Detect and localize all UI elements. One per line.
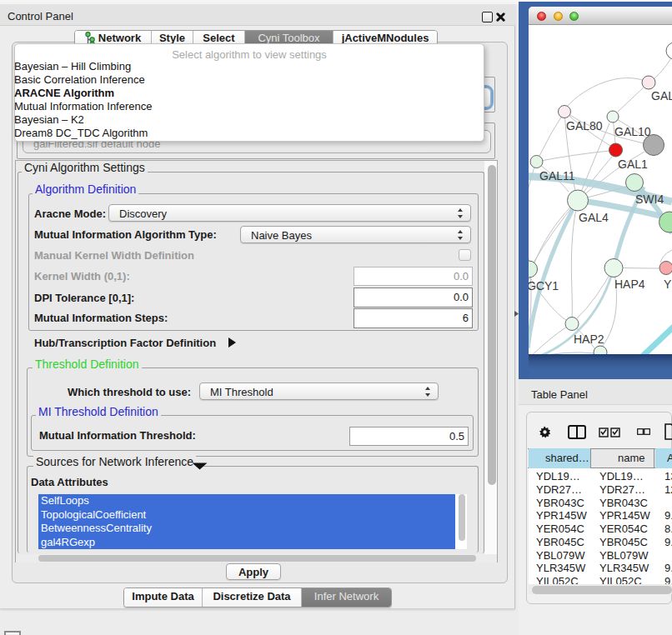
svg-text:SWI4: SWI4	[635, 192, 664, 206]
svg-text:GAL7: GAL7	[651, 89, 672, 102]
svg-text:GAL10: GAL10	[614, 125, 651, 138]
svg-text:GAL80: GAL80	[566, 119, 603, 132]
svg-text:GCY1: GCY1	[529, 279, 559, 292]
svg-text:HAP2: HAP2	[574, 332, 604, 346]
svg-text:GAL11: GAL11	[539, 169, 575, 182]
svg-text:GAL1: GAL1	[618, 158, 648, 171]
svg-text:Y: Y	[664, 278, 672, 291]
svg-text:HAP4: HAP4	[614, 278, 645, 291]
svg-text:GAL4: GAL4	[579, 211, 609, 224]
